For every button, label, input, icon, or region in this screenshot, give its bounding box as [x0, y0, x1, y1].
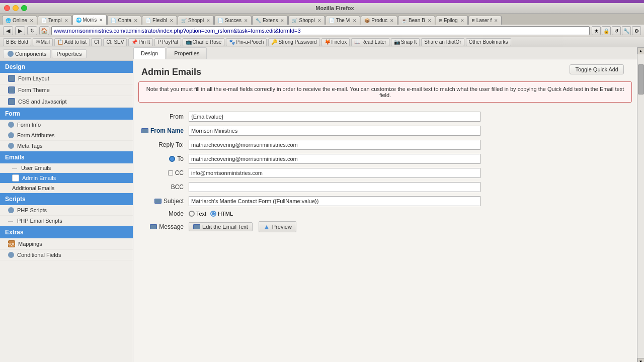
minimize-button[interactable]	[13, 5, 19, 11]
sidebar-item-form-attributes[interactable]: Form Attributes	[0, 130, 133, 141]
sidebar-item-additional-emails[interactable]: Additional Emails	[0, 184, 133, 193]
admin-emails-icon	[12, 174, 19, 182]
tools-icon[interactable]: 🔧	[622, 26, 631, 35]
to-input[interactable]	[189, 154, 480, 164]
sidebar-item-admin-emails[interactable]: Admin Emails	[0, 173, 133, 184]
bookmark-readlater[interactable]: 📖Read Later	[351, 38, 389, 46]
tab-properties[interactable]: Properties	[167, 47, 207, 59]
bookmark-paypal[interactable]: PPayPal	[154, 38, 181, 46]
forward-button[interactable]: ▶	[15, 26, 25, 35]
reply-to-input[interactable]	[189, 140, 480, 150]
window-title: Mozilla Firefox	[30, 5, 640, 11]
components-icon	[8, 51, 14, 57]
refresh-icon[interactable]: ↺	[612, 26, 621, 35]
bookmark-star[interactable]: ★	[592, 26, 601, 35]
tab-laserf[interactable]: E Laser f ✕	[468, 16, 502, 25]
mode-text-circle	[189, 211, 195, 217]
tab-shoppi1[interactable]: 🛒 Shoppi ✕	[178, 16, 214, 25]
edit-icon	[193, 224, 200, 229]
bcc-input[interactable]	[189, 182, 480, 192]
bookmark-share[interactable]: Share an IdiotOr	[421, 38, 464, 46]
bookmark-clsev[interactable]: Cl: SEV	[103, 38, 127, 46]
bookmark-strongpwd[interactable]: 🔑Strong Password	[268, 38, 319, 46]
tab-flexibl[interactable]: 📄 Flexibl ✕	[142, 16, 177, 25]
bookmark-mail[interactable]: ✉Mail	[33, 38, 53, 46]
cc-input[interactable]	[189, 168, 480, 178]
components-button[interactable]: Components	[3, 49, 51, 58]
address-bar[interactable]	[51, 26, 590, 35]
form-row-reply-to: Reply To:	[138, 140, 632, 150]
maximize-button[interactable]	[21, 5, 27, 11]
preview-button[interactable]: ▲ Preview	[259, 221, 296, 232]
form-row-mode: Mode Text HTML	[138, 210, 632, 217]
cc-icon	[168, 170, 173, 175]
tab-produc[interactable]: 📦 Produc ✕	[361, 16, 397, 25]
message-actions: Edit the Email Text ▲ Preview	[189, 221, 296, 232]
tab-online[interactable]: 🌐 Online ✕	[2, 16, 37, 25]
tab-morris[interactable]: 🌐 Morris ✕	[72, 15, 107, 25]
from-name-label: From Name	[138, 127, 189, 134]
scroll-track	[637, 54, 645, 358]
sidebar-item-mappings[interactable]: SQL Mappings	[0, 238, 133, 250]
bookmark-pinit[interactable]: 📌Pin It	[128, 38, 153, 46]
sidebar-item-form-theme[interactable]: Form Theme	[0, 84, 133, 96]
tab-beanb[interactable]: ☕ Bean B ✕	[398, 16, 435, 25]
sidebar-item-meta-tags[interactable]: Meta Tags	[0, 141, 133, 151]
sidebar-item-css-js[interactable]: CSS and Javascript	[0, 96, 133, 108]
sidebar-item-form-info[interactable]: Form Info	[0, 120, 133, 130]
toggle-quick-add-button[interactable]: Toggle Quick Add	[570, 64, 624, 74]
scroll-down[interactable]: ▼	[637, 358, 645, 362]
form-row-from: From	[138, 112, 632, 122]
from-name-input[interactable]	[189, 126, 480, 136]
nav-bar: ◀ ▶ ↻ 🏠 ★ 🔒 ↺ 🔧 ⚙	[0, 25, 644, 37]
ssl-icon[interactable]: 🔒	[602, 26, 611, 35]
content-area: Design Properties Admin Emails Toggle Qu…	[133, 47, 637, 362]
tab-epilog[interactable]: E Epilog ✕	[436, 16, 468, 25]
bookmark-addtolist[interactable]: 📋Add to list	[54, 38, 90, 46]
bookmark-charlierose[interactable]: 📺Charlie Rose	[183, 38, 225, 46]
mappings-icon: SQL	[8, 240, 15, 247]
close-button[interactable]	[4, 5, 10, 11]
sidebar-header-design[interactable]: Design	[0, 61, 133, 73]
form-attributes-icon	[8, 132, 14, 138]
tab-shoppi2[interactable]: 🛒 Shoppi ✕	[288, 16, 325, 25]
scroll-thumb[interactable]	[638, 64, 644, 95]
tab-templ[interactable]: 📄 Templ ✕	[38, 16, 72, 25]
sidebar-item-php-email-scripts[interactable]: — PHP Email Scripts	[0, 216, 133, 226]
bookmark-snapit[interactable]: 📷Snap It	[391, 38, 420, 46]
sidebar-item-conditional-fields[interactable]: Conditional Fields	[0, 250, 133, 260]
bookmark-pinapooch[interactable]: 🐾Pin-a-Pooch	[226, 38, 267, 46]
form-row-to: To	[138, 154, 632, 164]
sidebar-item-php-scripts[interactable]: PHP Scripts	[0, 205, 133, 216]
mode-html-radio[interactable]: HTML	[210, 211, 233, 217]
to-dot-indicator	[169, 156, 175, 162]
from-input[interactable]	[189, 112, 480, 122]
subject-input[interactable]	[189, 196, 480, 206]
home-button[interactable]: 🏠	[39, 26, 49, 35]
sidebar-header-scripts[interactable]: Scripts	[0, 193, 133, 205]
tab-thevi[interactable]: 📄 The Vi ✕	[326, 16, 361, 25]
scroll-up[interactable]: ▲	[637, 47, 645, 54]
bookmark-firefox[interactable]: 🦊Firefox	[321, 38, 350, 46]
reply-to-label: Reply To:	[138, 141, 189, 148]
tab-succes[interactable]: 📄 Succes ✕	[214, 16, 252, 25]
bookmark-cl[interactable]: Cl	[91, 38, 102, 46]
back-button[interactable]: ◀	[3, 26, 13, 35]
settings-icon[interactable]: ⚙	[632, 26, 641, 35]
mode-text-radio[interactable]: Text	[189, 211, 206, 217]
edit-email-text-button[interactable]: Edit the Email Text	[189, 222, 253, 231]
reload-button[interactable]: ↻	[27, 26, 37, 35]
php-scripts-icon	[8, 207, 14, 213]
tab-conta[interactable]: 📄 Conta ✕	[107, 16, 141, 25]
tab-extens[interactable]: 🔧 Extens ✕	[252, 16, 288, 25]
bookmark-other[interactable]: Other Bookmarks	[466, 38, 511, 46]
sidebar-item-user-emails[interactable]: — User Emails	[0, 163, 133, 173]
properties-button[interactable]: Properties	[52, 49, 86, 58]
sidebar-item-form-layout[interactable]: Form Layout	[0, 73, 133, 84]
sidebar-header-emails[interactable]: Emails	[0, 151, 133, 163]
tab-design[interactable]: Design	[133, 47, 166, 59]
sidebar-header-extras[interactable]: Extras	[0, 226, 133, 238]
form-theme-icon	[8, 86, 15, 94]
bookmark-bebold[interactable]: BBe Bold	[3, 38, 31, 46]
sidebar-header-form[interactable]: Form	[0, 108, 133, 120]
